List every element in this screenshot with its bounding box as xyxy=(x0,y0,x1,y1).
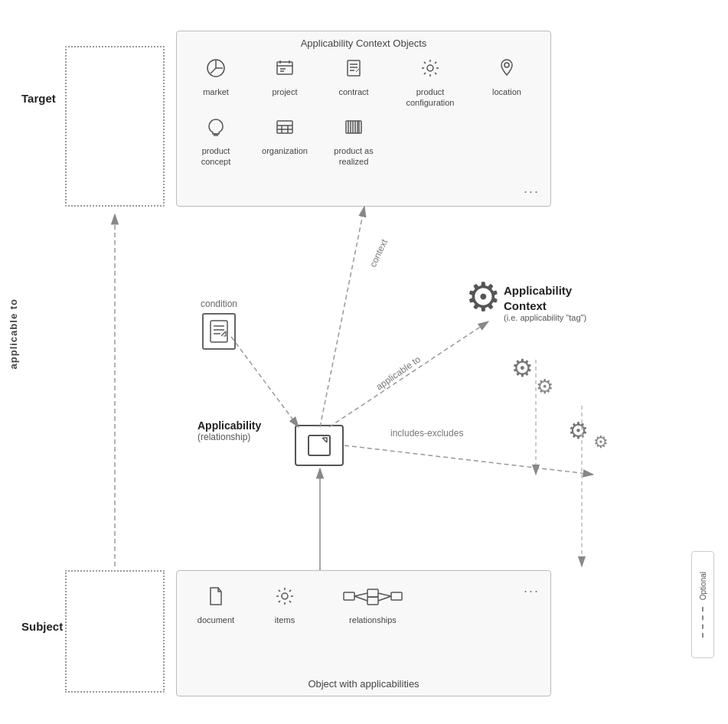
svg-point-11 xyxy=(427,65,433,71)
main-diagram: Target Subject applicable to Applicabili… xyxy=(0,0,728,724)
context-item-location: location xyxy=(480,58,534,108)
product-realized-label: product asrealized xyxy=(334,145,373,168)
context-item-product-concept: productconcept xyxy=(189,117,243,167)
subject-box xyxy=(65,570,165,693)
relationships-label: relationships xyxy=(349,615,397,625)
applicability-node xyxy=(295,425,344,466)
context-objects-title: Applicability Context Objects xyxy=(177,31,550,52)
svg-point-27 xyxy=(282,593,288,599)
contract-label: contract xyxy=(338,86,368,97)
context-arrow xyxy=(320,207,364,427)
svg-rect-31 xyxy=(391,592,402,600)
svg-rect-29 xyxy=(367,589,378,597)
subject-item-items: items xyxy=(258,586,312,625)
subject-item-document: document xyxy=(189,586,243,625)
applicabilities-box: document items xyxy=(176,570,551,696)
location-label: location xyxy=(492,86,521,97)
document-label: document xyxy=(198,615,234,625)
app-context-sub-gear-1: ⚙ xyxy=(511,354,534,383)
location-icon xyxy=(497,58,517,84)
subject-label: Subject xyxy=(21,620,63,633)
organization-icon xyxy=(275,117,295,143)
project-icon xyxy=(275,58,295,84)
items-icon xyxy=(275,586,295,612)
contract-icon xyxy=(344,58,364,84)
context-icon-grid: market project xyxy=(177,52,550,173)
applicability-label: Applicability (relationship) xyxy=(198,419,261,442)
market-label: market xyxy=(203,86,229,97)
app-context-main-gear: ⚙ xyxy=(465,274,501,320)
product-config-label: productconfiguration xyxy=(406,86,455,109)
target-box xyxy=(65,46,165,207)
svg-rect-30 xyxy=(367,597,378,605)
product-concept-label: productconcept xyxy=(201,145,231,168)
target-label: Target xyxy=(21,92,56,105)
app-context-label: ApplicabilityContext (i.e. applicability… xyxy=(504,283,586,322)
applicabilities-title: Object with applicabilities xyxy=(177,672,550,690)
context-item-contract: contract xyxy=(327,58,380,108)
product-realized-icon xyxy=(344,117,364,143)
context-item-market: market xyxy=(189,58,243,108)
svg-line-32 xyxy=(354,593,367,596)
svg-rect-15 xyxy=(277,121,292,133)
applicable-to-arrow-label: applicable to xyxy=(374,354,423,392)
product-concept-icon xyxy=(206,117,226,143)
svg-rect-28 xyxy=(344,592,354,600)
applicable-to-arrow-2 xyxy=(329,321,488,427)
context-more-button[interactable]: ... xyxy=(524,181,540,197)
svg-point-12 xyxy=(504,63,509,67)
condition-to-applicability-arrow xyxy=(231,337,299,427)
items-label: items xyxy=(275,615,295,625)
includes-excludes-arrow xyxy=(344,445,593,475)
svg-rect-1 xyxy=(277,62,292,74)
project-label: project xyxy=(272,86,297,97)
svg-line-33 xyxy=(354,596,367,601)
context-arrow-label: context xyxy=(367,237,390,269)
svg-line-35 xyxy=(378,596,391,601)
relationships-icon xyxy=(342,586,403,612)
organization-label: organization xyxy=(262,145,308,156)
document-icon xyxy=(207,586,225,612)
dashed-line-sample xyxy=(702,607,704,638)
applicabilities-more-button[interactable]: ... xyxy=(524,580,540,596)
svg-rect-37 xyxy=(211,321,227,342)
market-icon xyxy=(206,58,226,84)
svg-rect-7 xyxy=(348,60,360,76)
subject-icon-grid: document items xyxy=(177,571,550,631)
optional-text: Optional xyxy=(699,572,707,600)
context-item-project: project xyxy=(258,58,312,108)
includes-excludes-label: includes-excludes xyxy=(390,428,463,439)
app-context-sub-gear-4: ⚙ xyxy=(593,432,609,452)
context-item-organization: organization xyxy=(258,117,312,167)
svg-line-34 xyxy=(378,593,391,596)
product-config-icon xyxy=(420,58,440,84)
applicable-to-label: applicable to xyxy=(8,298,19,369)
app-context-sub-gear-3: ⚙ xyxy=(568,417,589,444)
context-item-product-config: productconfiguration xyxy=(396,58,465,108)
context-item-product-realized: product asrealized xyxy=(327,117,380,167)
app-context-sub-gear-2: ⚙ xyxy=(536,375,553,399)
optional-legend: Optional xyxy=(691,551,714,658)
condition-node: condition xyxy=(201,298,237,350)
context-objects-box: Applicability Context Objects market xyxy=(176,31,551,207)
subject-item-relationships: relationships xyxy=(327,586,419,625)
